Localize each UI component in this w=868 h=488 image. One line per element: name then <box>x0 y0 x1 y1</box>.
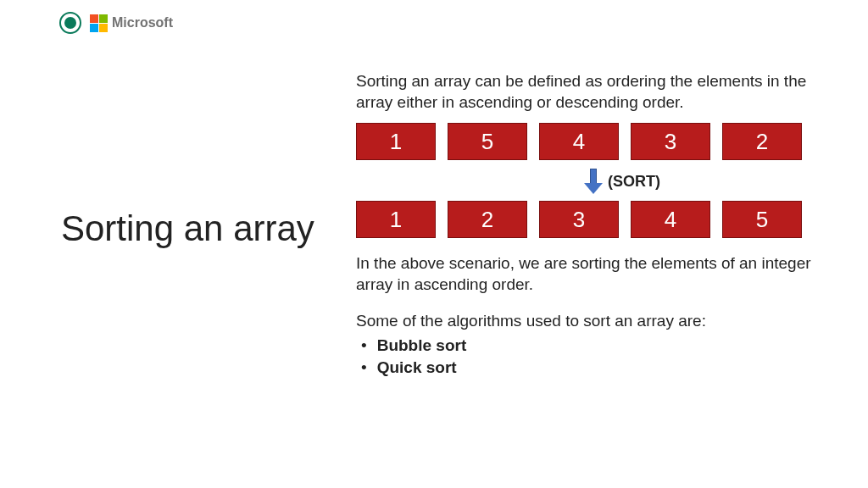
microsoft-label: Microsoft <box>112 15 173 30</box>
array-cell: 3 <box>631 123 710 160</box>
array-cell: 4 <box>631 201 710 238</box>
list-item: Quick sort <box>361 357 822 379</box>
array-cell: 4 <box>539 123 619 160</box>
sorted-array: 1 2 3 4 5 <box>356 201 822 238</box>
sort-indicator: (SORT) <box>390 169 856 194</box>
sort-label: (SORT) <box>608 173 660 191</box>
unsorted-array: 1 5 4 3 2 <box>356 123 822 160</box>
array-cell: 3 <box>539 201 619 238</box>
array-cell: 2 <box>448 201 527 238</box>
microsoft-logo: Microsoft <box>90 14 173 32</box>
definition-text: Sorting an array can be defined as order… <box>356 71 822 113</box>
institution-seal-icon <box>59 12 81 34</box>
slide-title: Sorting an array <box>61 208 315 249</box>
content-area: Sorting an array can be defined as order… <box>356 71 822 379</box>
logo-bar: Microsoft <box>59 12 173 34</box>
array-cell: 1 <box>356 123 436 160</box>
algorithms-list: Bubble sort Quick sort <box>356 335 822 378</box>
scenario-text: In the above scenario, we are sorting th… <box>356 253 822 295</box>
array-cell: 5 <box>448 123 527 160</box>
array-cell: 1 <box>356 201 436 238</box>
arrow-down-icon <box>586 169 601 194</box>
array-cell: 2 <box>722 123 802 160</box>
algorithms-intro: Some of the algorithms used to sort an a… <box>356 311 822 332</box>
array-cell: 5 <box>722 201 802 238</box>
microsoft-squares-icon <box>90 14 108 32</box>
list-item: Bubble sort <box>361 335 822 357</box>
